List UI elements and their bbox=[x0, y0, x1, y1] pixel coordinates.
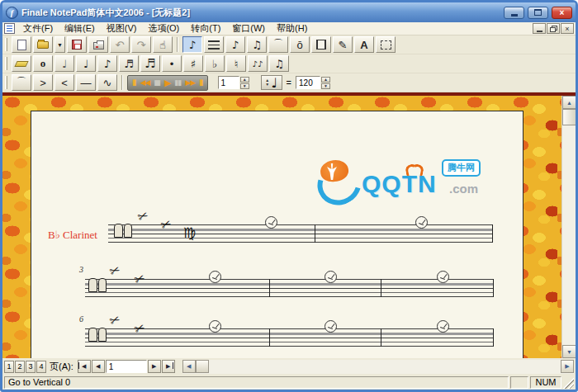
scroll-down-button[interactable]: ▼ bbox=[562, 345, 576, 358]
menu-file[interactable]: 文件(F) bbox=[18, 21, 58, 35]
next-page-button[interactable]: ▶ bbox=[148, 360, 161, 373]
page-button-1[interactable]: 1 bbox=[4, 361, 14, 373]
mdi-close-button[interactable]: × bbox=[561, 23, 574, 34]
tie-button[interactable]: ♪♪ bbox=[248, 55, 268, 72]
triplet-button[interactable]: ♫ bbox=[269, 55, 289, 72]
play-button[interactable]: ▶ bbox=[164, 78, 170, 87]
menu-window[interactable]: 窗口(W) bbox=[227, 21, 270, 35]
toolbar-grip[interactable] bbox=[5, 38, 7, 51]
crescendo-button[interactable]: < bbox=[54, 74, 74, 91]
minimize-icon bbox=[511, 14, 518, 17]
smart-shape-tool-button[interactable]: ⌒ bbox=[268, 36, 288, 53]
eighth-note-button[interactable]: ♪ bbox=[97, 55, 117, 72]
score-page[interactable]: QQTN .com 腾牛网 B♭ Clarinet ✂ ✂ ♍ 3 bbox=[31, 111, 524, 358]
selection-tool-button[interactable] bbox=[376, 36, 396, 53]
rewind-button[interactable]: ◀◀ bbox=[140, 79, 150, 87]
page-button-2[interactable]: 2 bbox=[15, 361, 25, 373]
scroll-up-button[interactable]: ▲ bbox=[562, 96, 576, 109]
curve-shape-button[interactable]: ∿ bbox=[97, 74, 117, 91]
go-to-end-button[interactable]: ▮ bbox=[199, 78, 203, 87]
tempo-spin-up[interactable]: ▲ bbox=[321, 77, 330, 83]
page-number-input[interactable] bbox=[106, 360, 147, 373]
natural-button[interactable]: ♮ bbox=[226, 55, 246, 72]
sharp-button[interactable]: ♯ bbox=[183, 55, 203, 72]
simple-entry-tool-button[interactable]: ♪ bbox=[182, 36, 202, 53]
close-button[interactable]: × bbox=[552, 7, 572, 19]
staff-system-3[interactable]: ✂ ✂ bbox=[85, 328, 494, 347]
tempo-note-button[interactable]: ▲ ▼ ♩ bbox=[261, 75, 282, 90]
tempo-note-arrows: ▲ ▼ bbox=[265, 78, 269, 87]
measure-input[interactable] bbox=[218, 76, 239, 89]
go-to-start-button[interactable]: ▮ bbox=[132, 78, 136, 87]
vertical-scroll-thumb[interactable] bbox=[562, 109, 576, 125]
sixteenth-note-icon: ♬ bbox=[124, 58, 134, 70]
toolbar-grip[interactable] bbox=[5, 76, 7, 89]
vertical-scroll-track[interactable] bbox=[562, 125, 576, 345]
horizontal-scroll-thumb[interactable] bbox=[196, 360, 209, 373]
page-button-4[interactable]: 4 bbox=[36, 361, 46, 373]
last-page-button[interactable]: ▶ bbox=[162, 360, 175, 373]
scroll-right-button[interactable]: ▶ bbox=[561, 360, 574, 373]
previous-page-button[interactable]: ◀ bbox=[92, 360, 105, 373]
whole-note-button[interactable]: o bbox=[33, 55, 53, 72]
save-floppy-icon bbox=[72, 40, 82, 50]
line-shape-button[interactable]: — bbox=[76, 74, 96, 91]
text-tool-button[interactable]: A bbox=[354, 36, 374, 53]
new-document-button[interactable] bbox=[12, 36, 31, 53]
tuplet-tool-button[interactable]: ♫ bbox=[247, 36, 267, 53]
staff-system-2[interactable]: ✂ ✂ bbox=[85, 279, 494, 297]
document-icon[interactable] bbox=[4, 23, 15, 34]
mdi-restore-button[interactable] bbox=[547, 23, 560, 34]
new-document-icon bbox=[17, 40, 26, 50]
menu-help[interactable]: 帮助(H) bbox=[272, 21, 312, 35]
measure-tool-button[interactable] bbox=[311, 36, 331, 53]
horizontal-scroll-track[interactable] bbox=[209, 360, 561, 373]
redo-button[interactable]: ↷ bbox=[131, 36, 151, 53]
menu-edit[interactable]: 编辑(E) bbox=[59, 21, 100, 35]
vertical-scrollbar[interactable]: ▲ ▼ bbox=[561, 96, 576, 358]
fast-forward-button[interactable]: ▶▶ bbox=[185, 79, 195, 87]
menu-options[interactable]: 选项(O) bbox=[143, 21, 184, 35]
staff-tool-button[interactable] bbox=[204, 36, 224, 53]
mdi-minimize-button[interactable] bbox=[533, 23, 546, 34]
augmentation-dot-button[interactable]: • bbox=[162, 55, 182, 72]
open-folder-icon bbox=[37, 41, 49, 49]
clef-block-glyph bbox=[88, 278, 107, 292]
save-button[interactable] bbox=[67, 36, 87, 53]
menu-transpose[interactable]: 转向(T) bbox=[186, 21, 225, 35]
articulation-tool-button[interactable]: ō bbox=[290, 36, 310, 53]
toolbar-grip[interactable] bbox=[5, 57, 7, 70]
slur-shape-button[interactable]: ⌒ bbox=[12, 74, 31, 91]
sixteenth-note-button[interactable]: ♬ bbox=[119, 55, 139, 72]
tempo-input[interactable] bbox=[296, 76, 320, 89]
minimize-button[interactable] bbox=[504, 7, 524, 19]
lyrics-tool-button[interactable]: ✎ bbox=[333, 36, 353, 53]
print-button[interactable] bbox=[88, 36, 108, 53]
eraser-tool-button[interactable] bbox=[12, 55, 31, 72]
page-button-3[interactable]: 3 bbox=[26, 361, 36, 373]
staff-system-1[interactable]: ✂ ✂ ♍ bbox=[108, 224, 493, 243]
thirtysecond-note-button[interactable]: ♬ bbox=[140, 55, 160, 72]
decrescendo-button[interactable]: > bbox=[33, 74, 53, 91]
half-note-button[interactable]: ♩ bbox=[54, 55, 74, 72]
stop-button[interactable]: ■ bbox=[154, 79, 160, 87]
hand-grabber-tool-button[interactable]: ☝ bbox=[153, 36, 173, 53]
flat-button[interactable]: ♭ bbox=[205, 55, 225, 72]
open-dropdown-button[interactable]: ▼ bbox=[54, 36, 65, 53]
measure-spin-down[interactable]: ▼ bbox=[240, 83, 249, 89]
horizontal-scrollbar[interactable]: ◀ ▶ bbox=[182, 360, 574, 374]
tempo-spin-down[interactable]: ▼ bbox=[321, 83, 330, 89]
undo-button[interactable]: ↶ bbox=[110, 36, 130, 53]
resize-grip[interactable] bbox=[563, 378, 574, 389]
measure-spinner: ▲ ▼ bbox=[240, 77, 249, 89]
menu-view[interactable]: 视图(V) bbox=[102, 21, 142, 35]
pause-button[interactable]: ▮▮ bbox=[174, 79, 181, 87]
measure-spin-up[interactable]: ▲ bbox=[240, 77, 249, 83]
scroll-left-button[interactable]: ◀ bbox=[182, 360, 196, 373]
open-button[interactable] bbox=[33, 36, 53, 53]
quarter-note-button[interactable]: ♩ bbox=[76, 55, 96, 72]
triplet-icon: ♫ bbox=[274, 58, 284, 70]
first-page-button[interactable]: ◀ bbox=[78, 360, 91, 373]
maximize-button[interactable] bbox=[528, 7, 548, 19]
note-entry-tool-button[interactable]: ♪ bbox=[225, 36, 245, 53]
